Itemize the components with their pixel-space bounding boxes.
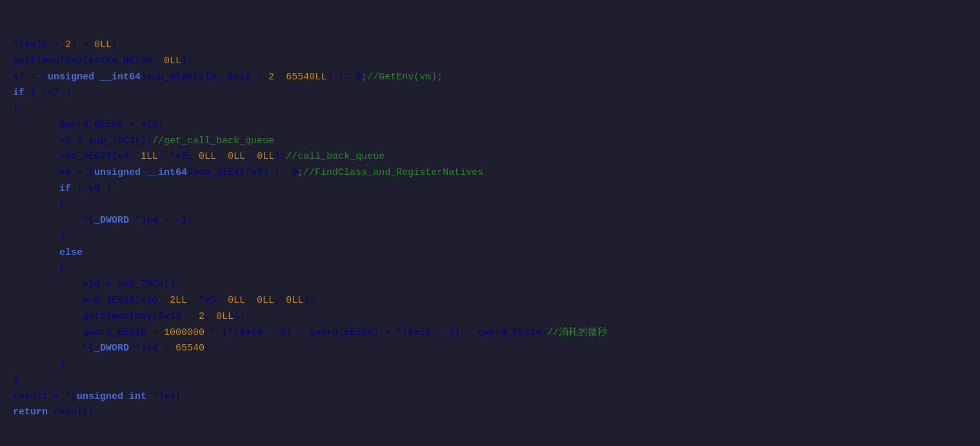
code-line: v10 = sub_7BC4(); [13, 277, 967, 293]
code-line: sub_3E628(v10, 2LL, *v5, 0LL, 0LL, 0LL); [13, 293, 967, 309]
code-line: v7 = (unsigned __int64)sub_91D8(v18, &v1… [13, 70, 967, 86]
code-line: return result; [13, 405, 967, 421]
code-line: gettimeofday(&v18 - 2, 0LL); [13, 309, 967, 325]
code-line: *(_DWORD *)v4 = -1; [13, 213, 967, 229]
code-line: sub_3E628(v8, 1LL, *v5, 0LL, 0LL, 0LL);/… [13, 149, 967, 165]
code-line: } [13, 357, 967, 373]
code-line: v8 = sub_7BC4();//get_call_back_queue [13, 134, 967, 150]
code-view: *(&v18 - 2) = 0LL;gettimeofday(&stru_BE2… [0, 0, 980, 446]
code-line: *(_DWORD *)v4 = 65540; [13, 341, 967, 357]
code-line: if ( !v7 ) [13, 85, 967, 101]
code-line: if ( v9 ) [13, 181, 967, 198]
code-line: } [13, 229, 967, 245]
code-line: { [13, 198, 967, 214]
code-line: } [13, 373, 967, 389]
code-content: *(&v18 - 2) = 0LL;gettimeofday(&stru_BE2… [13, 37, 967, 421]
code-line: { [13, 261, 967, 278]
code-line: { [13, 101, 967, 117]
code-line: gettimeofday(&stru_BE208, 0LL); [13, 54, 967, 70]
code-line: result = *(unsigned int *)v4; [13, 389, 967, 405]
code-line: qword_BE218 = 1000000 * (*(&v18 - 2) - q… [13, 325, 967, 341]
code-line: *(&v18 - 2) = 0LL; [13, 37, 967, 54]
code-line: else [13, 245, 967, 261]
code-line: v9 = (unsigned __int64)sub_91E4(*v5) != … [13, 165, 967, 181]
code-line: qword_BE568 = v18; [13, 117, 967, 134]
